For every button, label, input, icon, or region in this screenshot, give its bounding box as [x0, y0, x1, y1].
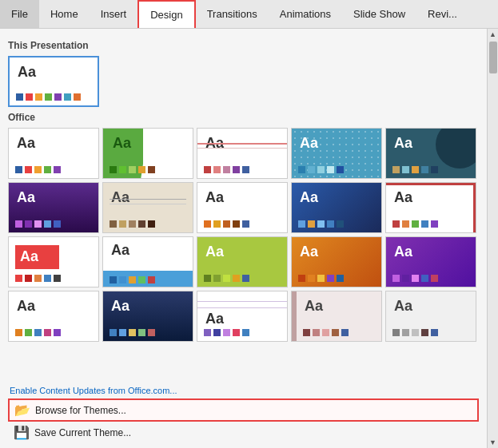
section-this-presentation: This Presentation: [8, 40, 479, 51]
menu-design[interactable]: Design: [137, 0, 195, 28]
theme-office-8[interactable]: Aa: [197, 182, 288, 233]
theme-office-10[interactable]: Aa: [385, 182, 476, 233]
theme-office-11[interactable]: Aa: [8, 236, 99, 287]
save-theme-button[interactable]: 💾 Save Current Theme...: [8, 422, 479, 443]
save-icon: 💾: [14, 425, 30, 440]
scroll-up-button[interactable]: ▲: [488, 29, 499, 40]
enable-content-link[interactable]: Enable Content Updates from Office.com..…: [8, 386, 479, 395]
this-presentation-grid: Aa: [8, 56, 479, 107]
menu-slideshow[interactable]: Slide Show: [342, 0, 416, 28]
theme-office-5[interactable]: Aa: [385, 128, 476, 179]
theme-office-16[interactable]: Aa: [8, 291, 99, 342]
section-office: Office: [8, 112, 479, 123]
menu-file[interactable]: File: [0, 0, 39, 28]
menu-insert[interactable]: Insert: [90, 0, 138, 28]
menu-review[interactable]: Revi...: [416, 0, 468, 28]
main-panel: This Presentation Aa O: [0, 29, 498, 448]
theme-office-13[interactable]: Aa: [197, 236, 288, 287]
theme-office-4[interactable]: Aa: [291, 128, 382, 179]
browse-icon: 📂: [14, 402, 30, 418]
theme-office-18[interactable]: Aa: [197, 291, 288, 342]
theme-office-15[interactable]: Aa: [385, 236, 476, 287]
theme-office-12[interactable]: Aa: [102, 236, 193, 287]
menu-bar: File Home Insert Design Transitions Anim…: [0, 0, 498, 29]
theme-office-3[interactable]: Aa: [197, 128, 288, 179]
theme-office-2[interactable]: Aa: [102, 128, 193, 179]
scroll-track: [488, 40, 498, 437]
menu-home[interactable]: Home: [39, 0, 90, 28]
theme-office-17[interactable]: Aa: [102, 291, 193, 342]
browse-themes-button[interactable]: 📂 Browse for Themes...: [8, 398, 479, 422]
menu-transitions[interactable]: Transitions: [196, 0, 269, 28]
theme-office-1[interactable]: Aa: [8, 128, 99, 179]
theme-office-9[interactable]: Aa: [291, 182, 382, 233]
theme-office-19[interactable]: Aa: [291, 291, 382, 342]
bottom-area: Enable Content Updates from Office.com..…: [0, 383, 487, 448]
scrollbar: ▲ ▼: [487, 29, 498, 448]
themes-panel: This Presentation Aa O: [0, 29, 487, 383]
theme-office-6[interactable]: Aa: [8, 182, 99, 233]
office-themes-grid: Aa Aa: [8, 128, 479, 342]
menu-animations[interactable]: Animations: [269, 0, 342, 28]
scroll-down-button[interactable]: ▼: [488, 437, 499, 448]
theme-office-7[interactable]: Aa: [102, 182, 193, 233]
scroll-thumb[interactable]: [489, 42, 497, 73]
theme-office-20[interactable]: Aa: [385, 291, 476, 342]
theme-office-14[interactable]: Aa: [291, 236, 382, 287]
theme-plain[interactable]: Aa: [8, 56, 99, 107]
